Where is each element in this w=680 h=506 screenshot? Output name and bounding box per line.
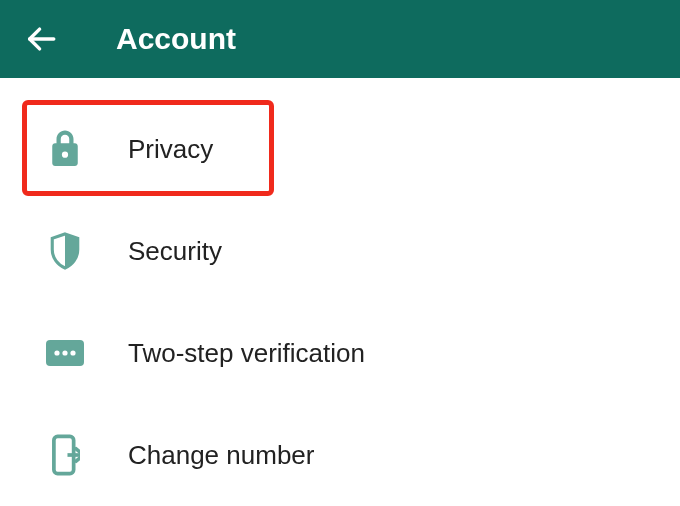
settings-item-change-number[interactable]: Change number xyxy=(0,404,680,506)
settings-item-label: Change number xyxy=(128,440,314,471)
svg-point-3 xyxy=(54,350,59,355)
back-arrow-icon[interactable] xyxy=(24,22,58,56)
settings-item-security[interactable]: Security xyxy=(0,200,680,302)
svg-point-4 xyxy=(62,350,67,355)
header-title: Account xyxy=(116,22,236,56)
settings-item-label: Security xyxy=(128,236,222,267)
phone-swap-icon xyxy=(40,434,90,476)
header: Account xyxy=(0,0,680,78)
dots-icon xyxy=(40,339,90,367)
settings-item-label: Privacy xyxy=(128,134,213,165)
settings-list: Privacy Security Two-step verification xyxy=(0,78,680,506)
shield-icon xyxy=(40,231,90,271)
settings-item-privacy[interactable]: Privacy xyxy=(0,98,680,200)
settings-item-two-step[interactable]: Two-step verification xyxy=(0,302,680,404)
svg-point-1 xyxy=(62,152,68,158)
svg-point-5 xyxy=(70,350,75,355)
lock-icon xyxy=(40,129,90,169)
settings-item-label: Two-step verification xyxy=(128,338,365,369)
